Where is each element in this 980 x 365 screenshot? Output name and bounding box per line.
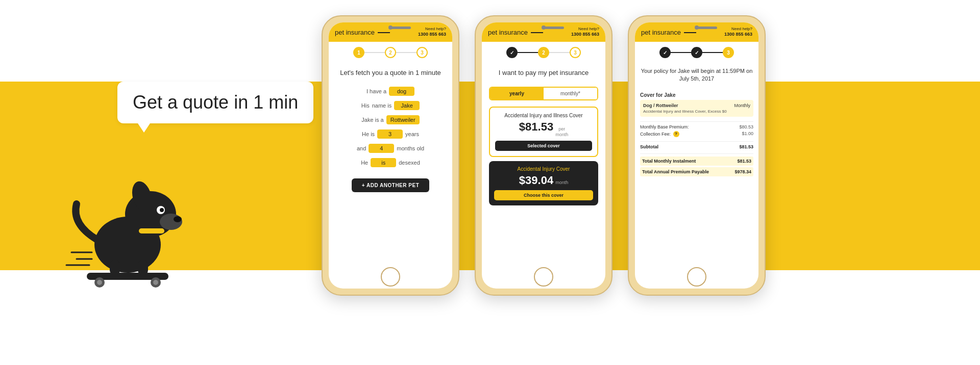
cover-card-2: Accidental Injury Cover $39.04 month Cho… bbox=[489, 161, 598, 205]
toggle-yearly[interactable]: yearly bbox=[490, 88, 544, 99]
svg-rect-14 bbox=[138, 260, 148, 275]
step-3-2: ✓ bbox=[691, 47, 702, 58]
step-3-3: 3 bbox=[723, 47, 734, 58]
pet-age-months-input[interactable]: 4 bbox=[369, 144, 394, 153]
phone-1-title: Let's fetch you a quote in 1 minute bbox=[340, 68, 441, 77]
phone-2: pet insurance Need help? 1300 855 663 ✓ … bbox=[475, 15, 612, 296]
form-name-label: name is bbox=[372, 102, 392, 109]
add-pet-button[interactable]: + ADD ANOTHER PET bbox=[352, 178, 430, 192]
form-prefix-4: He is bbox=[362, 131, 375, 137]
need-help-label: Need help? bbox=[418, 27, 446, 32]
step-1: 1 bbox=[353, 47, 364, 58]
total-monthly-value: $81.53 bbox=[737, 159, 751, 164]
pet-type-input[interactable]: dog bbox=[389, 87, 414, 96]
svg-point-8 bbox=[174, 216, 182, 222]
progress-line-1 bbox=[364, 52, 385, 53]
info-icon[interactable]: ? bbox=[673, 131, 679, 137]
phone-3-progress: ✓ ✓ 3 bbox=[635, 42, 758, 63]
phone-1-home[interactable] bbox=[381, 267, 400, 286]
help-phone-3: 1300 855 663 bbox=[724, 32, 752, 37]
phone-2-help: Need help? 1300 855 663 bbox=[571, 27, 599, 38]
summary-value-2: $1.00 bbox=[742, 131, 753, 137]
progress-line-2 bbox=[396, 52, 416, 53]
desex-label: desexed bbox=[399, 160, 420, 166]
form-line-1: I have a dog bbox=[366, 87, 414, 96]
need-help-label-2: Need help? bbox=[571, 27, 599, 32]
divider-2 bbox=[640, 141, 753, 142]
dog-illustration bbox=[61, 143, 204, 306]
pet-breed-input[interactable]: Rottweiler bbox=[386, 115, 420, 124]
form-months-label: months old bbox=[397, 145, 424, 151]
form-years-label: years bbox=[405, 131, 419, 137]
toggle-monthly[interactable]: monthly* bbox=[544, 88, 597, 99]
divider-1 bbox=[640, 121, 753, 122]
form-prefix-3: Jake is a bbox=[361, 117, 383, 123]
progress-line-3-2 bbox=[702, 52, 723, 53]
phone-1-screen: pet insurance Need help? 1300 855 663 1 … bbox=[329, 22, 452, 289]
phone-2-content: I want to pay my pet insurance yearly mo… bbox=[482, 63, 605, 289]
desex-status-input[interactable]: is bbox=[371, 158, 396, 167]
total-annual-label: Total Annual Premium Payable bbox=[642, 169, 709, 174]
phone-3-screen: pet insurance Need help? 1300 855 663 ✓ … bbox=[635, 22, 758, 289]
pet-name-input[interactable]: Jake bbox=[394, 101, 420, 110]
phone-1-logo: pet insurance bbox=[335, 29, 390, 36]
cover-card-1: Accidental Injury and Illness Cover $81.… bbox=[489, 107, 598, 157]
selected-cover-btn[interactable]: Selected cover bbox=[495, 141, 592, 151]
help-phone: 1300 855 663 bbox=[418, 32, 446, 37]
logo-text-3: pet insurance bbox=[641, 29, 681, 36]
form-line-3: Jake is a Rottweiler bbox=[361, 115, 419, 124]
cover-1-title: Accidental Injury and Illness Cover bbox=[495, 113, 592, 118]
form-prefix-1: I have a bbox=[366, 88, 386, 94]
phone-1-help: Need help? 1300 855 663 bbox=[418, 27, 446, 38]
step-3-1: ✓ bbox=[659, 47, 671, 58]
form-prefix-5: and bbox=[357, 145, 366, 151]
phone-2-title: I want to pay my pet insurance bbox=[499, 68, 589, 77]
progress-line-2-1 bbox=[518, 52, 538, 53]
summary-row-3: Subtotal $81.53 bbox=[640, 144, 753, 149]
pet-age-years-input[interactable]: 3 bbox=[377, 129, 403, 139]
phone-3-logo: pet insurance bbox=[641, 29, 696, 36]
progress-line-2-2 bbox=[549, 52, 570, 53]
summary-label-3: Subtotal bbox=[640, 144, 658, 149]
svg-point-3 bbox=[97, 280, 102, 285]
form-prefix-2: His bbox=[361, 102, 370, 109]
cover-2-unit: month bbox=[555, 180, 568, 186]
summary-label-2: Collection Fee: ? bbox=[640, 131, 679, 137]
policy-payment: Monthly bbox=[734, 103, 750, 108]
summary-value-1: $80.53 bbox=[739, 124, 753, 129]
form-line-5: and 4 months old bbox=[357, 144, 424, 153]
form-line-4: He is 3 years bbox=[362, 129, 419, 139]
help-phone-2: 1300 855 663 bbox=[571, 32, 599, 37]
phone-3-help: Need help? 1300 855 663 bbox=[724, 27, 752, 38]
total-monthly-row: Total Monthly Instalment $81.53 bbox=[640, 157, 753, 166]
phone-2-speaker bbox=[544, 27, 564, 29]
phone-2-logo: pet insurance bbox=[488, 29, 543, 36]
phone-2-home[interactable] bbox=[534, 267, 553, 286]
cover-1-price: $81.53 bbox=[519, 120, 553, 134]
step-2-3: 3 bbox=[570, 47, 581, 58]
svg-point-10 bbox=[160, 208, 164, 212]
logo-underline bbox=[378, 32, 390, 33]
phone-3-title: Your policy for Jake will begin at 11:59… bbox=[640, 67, 753, 83]
progress-line-3-1 bbox=[671, 52, 691, 53]
phone-3: pet insurance Need help? 1300 855 663 ✓ … bbox=[628, 15, 766, 296]
policy-breed: Dog / Rottweiler bbox=[643, 103, 678, 108]
form-line-6: He is desexed bbox=[361, 158, 420, 167]
left-section: Get a quote in 1 min bbox=[41, 41, 322, 326]
divider-3 bbox=[640, 153, 753, 154]
svg-rect-12 bbox=[139, 228, 164, 233]
phone-2-screen: pet insurance Need help? 1300 855 663 ✓ … bbox=[482, 22, 605, 289]
total-annual-row: Total Annual Premium Payable $978.34 bbox=[640, 167, 753, 176]
phone-3-home[interactable] bbox=[687, 267, 706, 286]
payment-toggle[interactable]: yearly monthly* bbox=[489, 87, 598, 100]
svg-point-4 bbox=[153, 280, 158, 285]
logo-underline-3 bbox=[684, 32, 696, 33]
choose-cover-btn[interactable]: Choose this cover bbox=[494, 190, 593, 200]
cover-2-title: Accidental Injury Cover bbox=[494, 166, 593, 172]
step-2: 2 bbox=[385, 47, 396, 58]
summary-row-2: Collection Fee: ? $1.00 bbox=[640, 131, 753, 137]
step-3: 3 bbox=[416, 47, 428, 58]
total-monthly-label: Total Monthly Instalment bbox=[642, 159, 696, 164]
logo-underline-2 bbox=[531, 32, 543, 33]
phones-container: pet insurance Need help? 1300 855 663 1 … bbox=[322, 15, 766, 296]
